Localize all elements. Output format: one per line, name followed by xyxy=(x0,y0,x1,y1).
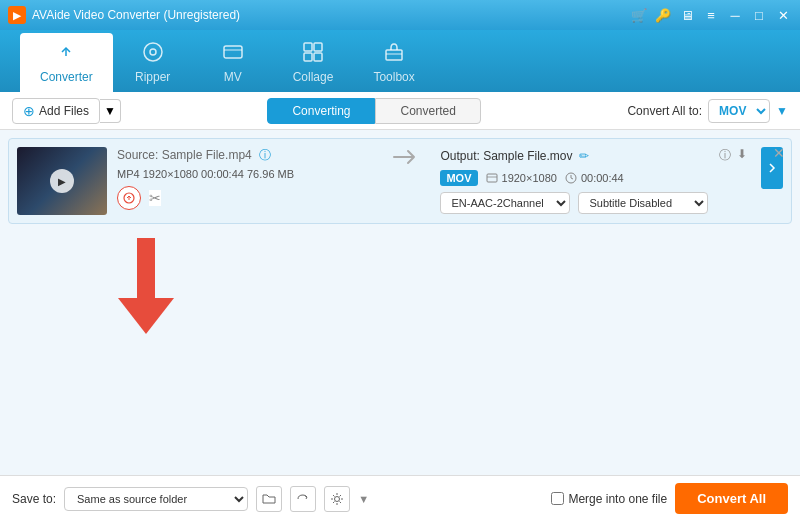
nav-collage-label: Collage xyxy=(293,70,334,84)
close-item-button[interactable]: ✕ xyxy=(773,145,785,161)
merge-checkbox-section: Merge into one file xyxy=(551,492,667,506)
format-select[interactable]: MOV MP4 AVI MKV xyxy=(708,99,770,123)
key-icon[interactable]: 🔑 xyxy=(654,6,672,24)
nav-converter-label: Converter xyxy=(40,70,93,84)
toolbar: ⊕ Add Files ▼ Converting Converted Conve… xyxy=(0,92,800,130)
save-to-select[interactable]: Same as source folder xyxy=(64,487,248,511)
title-bar-text: AVAide Video Converter (Unregistered) xyxy=(32,8,630,22)
ripper-icon xyxy=(142,41,164,68)
edit-icon[interactable]: ✏ xyxy=(579,149,589,163)
add-files-dropdown[interactable]: ▼ xyxy=(100,99,121,123)
format-dropdown-arrow[interactable]: ▼ xyxy=(776,104,788,118)
merge-label: Merge into one file xyxy=(568,492,667,506)
merge-checkbox[interactable] xyxy=(551,492,564,505)
add-files-button[interactable]: ⊕ Add Files xyxy=(12,98,100,124)
scissors-button[interactable]: ✂ xyxy=(149,190,161,206)
svg-rect-5 xyxy=(314,43,322,51)
svg-rect-4 xyxy=(304,43,312,51)
output-dropdowns: EN-AAC-2Channel Subtitle Disabled xyxy=(440,192,747,214)
title-bar-controls: 🛒 🔑 🖥 ≡ ─ □ ✕ xyxy=(630,6,792,24)
nav-converter[interactable]: Converter xyxy=(20,33,113,92)
plus-icon: ⊕ xyxy=(23,103,35,119)
nav-collage[interactable]: Collage xyxy=(273,33,354,92)
download-icon[interactable]: ⬇ xyxy=(737,147,747,164)
trim-button[interactable] xyxy=(117,186,141,210)
file-actions: ✂ xyxy=(117,186,372,210)
big-red-arrow xyxy=(118,238,174,334)
nav-bar: Converter Ripper MV xyxy=(0,30,800,92)
menu-icon[interactable]: ≡ xyxy=(702,6,720,24)
title-bar: ▶ AVAide Video Converter (Unregistered) … xyxy=(0,0,800,30)
svg-point-1 xyxy=(144,43,162,61)
convert-arrow xyxy=(382,147,430,167)
nav-mv[interactable]: MV xyxy=(193,33,273,92)
folder-icon-button[interactable] xyxy=(256,486,282,512)
nav-toolbox[interactable]: Toolbox xyxy=(353,33,434,92)
arrow-shaft xyxy=(137,238,155,298)
close-button[interactable]: ✕ xyxy=(774,6,792,24)
footer: Save to: Same as source folder ▼ Merge xyxy=(0,475,800,521)
output-area: Output: Sample File.mov ✏ ⓘ ⬇ MOV 192 xyxy=(440,147,747,214)
output-label: Output: Sample File.mov xyxy=(440,149,572,163)
output-header: Output: Sample File.mov ✏ ⓘ ⬇ xyxy=(440,147,747,164)
svg-rect-10 xyxy=(487,174,497,182)
collage-icon xyxy=(302,41,324,68)
save-to-label: Save to: xyxy=(12,492,56,506)
output-duration-value: 00:00:44 xyxy=(581,172,624,184)
toolbox-icon xyxy=(383,41,405,68)
settings-dropdown-arrow[interactable]: ▼ xyxy=(358,493,369,505)
file-info-left: Source: Sample File.mp4 ⓘ MP4 1920×1080 … xyxy=(117,147,372,210)
output-header-right: ⓘ ⬇ xyxy=(719,147,747,164)
file-meta: MP4 1920×1080 00:00:44 76.96 MB xyxy=(117,168,372,180)
svg-rect-7 xyxy=(314,53,322,61)
file-item: ▶ Source: Sample File.mp4 ⓘ MP4 1920×108… xyxy=(8,138,792,224)
svg-rect-3 xyxy=(224,46,242,58)
nav-ripper[interactable]: Ripper xyxy=(113,33,193,92)
output-meta: 1920×1080 xyxy=(486,172,557,184)
convert-all-to-label: Convert All to: xyxy=(627,104,702,118)
video-thumbnail: ▶ xyxy=(17,147,107,215)
settings-icon-button[interactable] xyxy=(324,486,350,512)
thumbnail-preview: ▶ xyxy=(17,147,107,215)
audio-track-select[interactable]: EN-AAC-2Channel xyxy=(440,192,570,214)
converter-icon xyxy=(55,41,77,68)
info-output-icon[interactable]: ⓘ xyxy=(719,147,731,164)
svg-rect-6 xyxy=(304,53,312,61)
annotation-area xyxy=(8,228,792,334)
convert-all-button[interactable]: Convert All xyxy=(675,483,788,514)
tabs-container: Converting Converted xyxy=(129,98,619,124)
convert-all-to-section: Convert All to: MOV MP4 AVI MKV ▼ xyxy=(627,99,788,123)
subtitle-select[interactable]: Subtitle Disabled xyxy=(578,192,708,214)
minimize-button[interactable]: ─ xyxy=(726,6,744,24)
resolution-icon xyxy=(486,172,498,184)
main-content: ▶ Source: Sample File.mp4 ⓘ MP4 1920×108… xyxy=(0,130,800,475)
cart-icon[interactable]: 🛒 xyxy=(630,6,648,24)
info-icon[interactable]: ⓘ xyxy=(259,148,271,162)
file-source: Source: Sample File.mp4 ⓘ xyxy=(117,147,372,164)
arrow-head xyxy=(118,298,174,334)
duration-icon xyxy=(565,172,577,184)
format-badge: MOV xyxy=(440,170,477,186)
nav-mv-label: MV xyxy=(224,70,242,84)
tab-converting[interactable]: Converting xyxy=(267,98,375,124)
nav-toolbox-label: Toolbox xyxy=(373,70,414,84)
monitor-icon[interactable]: 🖥 xyxy=(678,6,696,24)
output-format-row: MOV 1920×1080 00:00:44 xyxy=(440,170,747,186)
svg-rect-8 xyxy=(386,50,402,60)
svg-point-12 xyxy=(335,496,340,501)
tab-converted[interactable]: Converted xyxy=(375,98,480,124)
source-label: Source: Sample File.mp4 xyxy=(117,148,252,162)
output-resolution: 1920×1080 xyxy=(502,172,557,184)
mv-icon xyxy=(222,41,244,68)
svg-point-2 xyxy=(150,49,156,55)
app-logo: ▶ xyxy=(8,6,26,24)
play-button[interactable]: ▶ xyxy=(50,169,74,193)
add-files-label: Add Files xyxy=(39,104,89,118)
maximize-button[interactable]: □ xyxy=(750,6,768,24)
nav-ripper-label: Ripper xyxy=(135,70,170,84)
refresh-icon-button[interactable] xyxy=(290,486,316,512)
output-duration: 00:00:44 xyxy=(565,172,624,184)
